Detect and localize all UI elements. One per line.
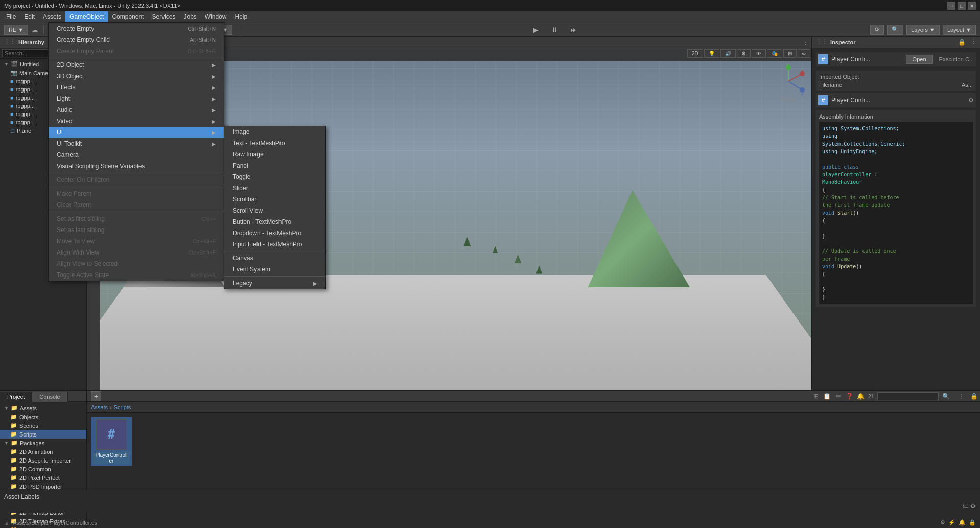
- ui-scrollbar[interactable]: Scrollbar: [224, 194, 325, 205]
- menu-file[interactable]: File: [2, 11, 20, 22]
- fx-btn[interactable]: ⚙: [737, 49, 751, 58]
- tree-item-scenes[interactable]: 📁 Scenes: [0, 421, 86, 430]
- inspector-lock-icon[interactable]: 🔒: [958, 39, 965, 46]
- ui-scroll-view[interactable]: Scroll View: [224, 205, 325, 216]
- menu-create-empty[interactable]: Create Empty Ctrl+Shift+N: [49, 23, 224, 34]
- breadcrumb-assets[interactable]: Assets: [91, 404, 108, 410]
- tree-item-aseprite[interactable]: 📁 2D Aseprite Importer: [0, 456, 86, 465]
- ui-toggle[interactable]: Toggle: [224, 171, 325, 182]
- menu-create-empty-parent[interactable]: Create Empty Parent Ctrl+Shift+G: [49, 45, 224, 57]
- close-button[interactable]: ✕: [968, 2, 976, 10]
- inspector-more-icon[interactable]: ⋮: [970, 39, 976, 45]
- audio-btn[interactable]: 🔊: [720, 49, 736, 58]
- scene-more-btn[interactable]: ⋮: [800, 39, 811, 48]
- asset-playercontroller[interactable]: # PlayerController: [91, 417, 132, 466]
- status-cloud-icon[interactable]: ⚡: [948, 519, 955, 526]
- ui-raw-image[interactable]: Raw Image: [224, 149, 325, 160]
- menu-help[interactable]: Help: [231, 11, 252, 22]
- menu-ui[interactable]: UI ▶ Image Text - TextMeshPro Raw Image …: [49, 127, 224, 138]
- tree-item-2dpixel[interactable]: 📁 2D Pixel Perfect: [0, 473, 86, 482]
- ui-slider[interactable]: Slider: [224, 182, 325, 194]
- tree-item-assets[interactable]: ▼ 📁 Assets: [0, 404, 86, 412]
- scene-grid-btn[interactable]: ⊞: [783, 49, 797, 58]
- cloud-icon[interactable]: ☁: [31, 26, 38, 34]
- ui-image[interactable]: Image: [224, 126, 325, 137]
- menu-assets[interactable]: Assets: [39, 11, 65, 22]
- status-settings-icon[interactable]: ⚙: [940, 519, 945, 526]
- scene-infinity-btn[interactable]: ∞: [798, 49, 810, 58]
- menu-3d-object[interactable]: 3D Object ▶: [49, 71, 224, 82]
- menu-center-on-children[interactable]: Center On Children: [49, 174, 224, 186]
- menu-align-with-view[interactable]: Align With View Ctrl+Shift+F: [49, 247, 224, 258]
- tab-console[interactable]: Console: [32, 392, 67, 402]
- lighting-btn[interactable]: 💡: [704, 49, 719, 58]
- menu-make-parent[interactable]: Make Parent: [49, 188, 224, 199]
- menu-services[interactable]: Services: [148, 11, 179, 22]
- bottom-icon-2[interactable]: 📋: [823, 392, 831, 400]
- bottom-lock-btn[interactable]: 🔒: [968, 393, 980, 400]
- ui-legacy[interactable]: Legacy ▶: [224, 278, 325, 289]
- minimize-button[interactable]: ─: [947, 2, 955, 10]
- menu-jobs[interactable]: Jobs: [179, 11, 200, 22]
- menu-ui-toolkit[interactable]: UI Toolkit ▶: [49, 138, 224, 149]
- tree-item-scripts[interactable]: 📁 Scripts: [0, 430, 86, 439]
- history-btn[interactable]: ⟳: [870, 25, 884, 35]
- tree-item-burst[interactable]: 📁 Burst: [0, 525, 86, 528]
- menu-effects[interactable]: Effects ▶: [49, 82, 224, 93]
- menu-create-empty-child[interactable]: Create Empty Child Alt+Shift+N: [49, 34, 224, 45]
- menu-audio[interactable]: Audio ▶: [49, 104, 224, 116]
- menu-gameobject[interactable]: GameObject: [65, 11, 108, 22]
- component-settings-icon[interactable]: ⚙: [968, 97, 974, 104]
- tree-item-packages[interactable]: ▼ 📁 Packages: [0, 439, 86, 447]
- pause-button[interactable]: ⏸: [547, 24, 562, 35]
- tree-item-2dcommon[interactable]: 📁 2D Common: [0, 465, 86, 473]
- search-icon[interactable]: 🔍: [942, 392, 950, 400]
- ui-dropdown-tmp[interactable]: Dropdown - TextMeshPro: [224, 227, 325, 239]
- scene-visibility-btn[interactable]: 👁: [752, 49, 766, 58]
- open-button[interactable]: Open: [906, 55, 933, 64]
- menu-align-view-to-selected[interactable]: Align View to Selected: [49, 258, 224, 269]
- tree-item-objects[interactable]: 📁 Objects: [0, 412, 86, 421]
- bottom-more-btn[interactable]: ⋮: [954, 393, 968, 400]
- ui-text-tmp[interactable]: Text - TextMeshPro: [224, 137, 325, 149]
- status-lock-icon[interactable]: 🔒: [969, 519, 976, 526]
- step-button[interactable]: ⏭: [566, 24, 581, 35]
- ui-event-system[interactable]: Event System: [224, 264, 325, 275]
- breadcrumb-scripts[interactable]: Scripts: [114, 404, 131, 410]
- layout-dropdown[interactable]: Layout ▼: [943, 25, 976, 35]
- re-dropdown[interactable]: RE ▼: [4, 25, 28, 35]
- menu-2d-object[interactable]: 2D Object ▶: [49, 59, 224, 71]
- menu-move-to-view[interactable]: Move To View Ctrl+Alt+F: [49, 236, 224, 247]
- tree-item-2danim[interactable]: 📁 2D Animation: [0, 447, 86, 456]
- bottom-icon-3[interactable]: ✏: [834, 392, 843, 400]
- add-button[interactable]: +: [91, 391, 101, 401]
- menu-component[interactable]: Component: [108, 11, 148, 22]
- menu-set-last-sibling[interactable]: Set as last sibling: [49, 224, 224, 236]
- menu-video[interactable]: Video ▶: [49, 116, 224, 127]
- bottom-icon-1[interactable]: ⊞: [812, 392, 820, 400]
- menu-visual-scripting[interactable]: Visual Scripting Scene Variables: [49, 160, 224, 172]
- bottom-icon-5[interactable]: 🔔: [857, 392, 865, 400]
- ui-canvas[interactable]: Canvas: [224, 252, 325, 264]
- menu-camera[interactable]: Camera: [49, 149, 224, 160]
- menu-toggle-active[interactable]: Toggle Active State Alt+Shift+A: [49, 269, 224, 281]
- bottom-icon-4[interactable]: ❓: [846, 392, 854, 400]
- menu-window[interactable]: Window: [201, 11, 231, 22]
- scene-extra-btn[interactable]: 🎭: [767, 49, 782, 58]
- layers-dropdown[interactable]: Layers ▼: [906, 25, 940, 35]
- ui-inputfield-tmp[interactable]: Input Field - TextMeshPro: [224, 239, 325, 250]
- play-button[interactable]: ▶: [529, 24, 543, 35]
- 2d-mode-btn[interactable]: 2D: [687, 49, 703, 58]
- ui-panel[interactable]: Panel: [224, 160, 325, 171]
- status-notification-icon[interactable]: 🔔: [959, 519, 966, 526]
- tab-project[interactable]: Project: [0, 392, 32, 402]
- search-btn[interactable]: 🔍: [887, 25, 903, 35]
- inspector-drag-icon: ⋮⋮: [816, 39, 827, 45]
- ui-button-tmp[interactable]: Button - TextMeshPro: [224, 216, 325, 227]
- maximize-button[interactable]: □: [958, 2, 966, 10]
- menu-light[interactable]: Light ▶: [49, 93, 224, 104]
- menu-clear-parent[interactable]: Clear Parent: [49, 199, 224, 211]
- menu-edit[interactable]: Edit: [20, 11, 39, 22]
- menu-set-first-sibling[interactable]: Set as first sibling Ctrl+=: [49, 213, 224, 224]
- project-search-input[interactable]: [877, 392, 939, 400]
